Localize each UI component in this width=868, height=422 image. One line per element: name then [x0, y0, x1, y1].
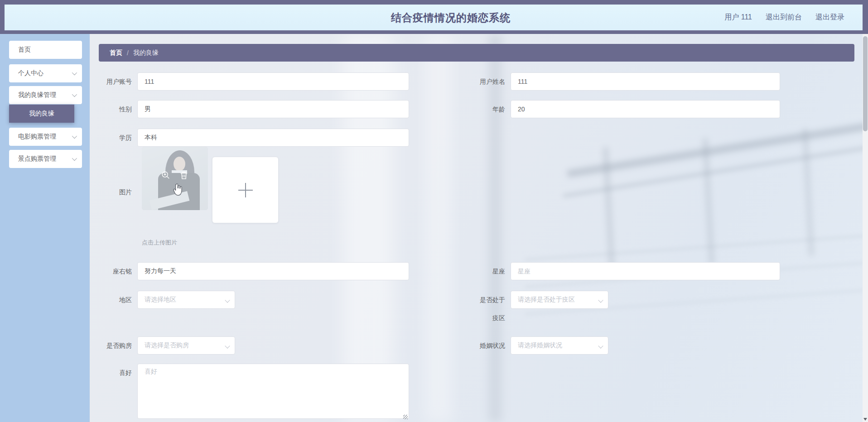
sidebar-item-home[interactable]: 首页 [9, 41, 82, 59]
header-bar: 结合疫情情况的婚恋系统 用户 111 退出到前台 退出登录 [5, 5, 863, 30]
breadcrumb: 首页 / 我的良缘 [99, 44, 854, 62]
chevron-down-icon [225, 343, 230, 348]
sidebar-item-movie-ticket-management[interactable]: 电影购票管理 [9, 128, 82, 146]
house-select-placeholder: 请选择是否购房 [145, 341, 189, 350]
header-links: 用户 111 退出到前台 退出登录 [724, 5, 844, 30]
chevron-down-icon [72, 92, 77, 97]
logout-link[interactable]: 退出登录 [815, 13, 844, 22]
sidebar-item-personal-center[interactable]: 个人中心 [9, 64, 82, 82]
vertical-scrollbar[interactable] [863, 34, 868, 422]
app-title: 结合疫情情况的婚恋系统 [391, 10, 511, 24]
constellation-label: 星座 [463, 262, 511, 280]
photo-label: 图片 [90, 183, 137, 201]
hobby-label: 喜好 [90, 364, 137, 382]
age-label: 年龄 [463, 100, 511, 118]
name-label: 用户姓名 [463, 72, 511, 91]
background-wire [525, 235, 863, 260]
cursor-hand-icon [172, 183, 183, 197]
chevron-down-icon [72, 156, 77, 161]
zoom-in-icon[interactable] [161, 170, 171, 180]
age-input[interactable] [511, 100, 780, 118]
sidebar-item-my-match-selected[interactable]: 我的良缘 [9, 105, 74, 123]
epidemic-select-placeholder: 请选择是否处于疫区 [518, 296, 575, 304]
exit-to-front-link[interactable]: 退出到前台 [766, 13, 802, 22]
sidebar: 首页 个人中心 我的良缘管理 我的良缘 电影购票管理 景点购票管理 [0, 34, 90, 422]
marriage-label: 婚姻状况 [463, 336, 511, 355]
chevron-down-icon [72, 134, 77, 139]
background-fence-rail [563, 138, 863, 197]
trash-icon[interactable] [179, 170, 189, 180]
sidebar-item-label: 我的良缘 [29, 110, 54, 118]
app-window: 结合疫情情况的婚恋系统 用户 111 退出到前台 退出登录 首页 个人中心 我的… [0, 0, 868, 422]
hobby-textarea[interactable] [137, 364, 409, 419]
epidemic-label: 是否处于疫区 [463, 291, 511, 327]
upload-hint: 点击上传图片 [142, 239, 177, 247]
chevron-down-icon [72, 70, 77, 75]
constellation-input[interactable] [511, 262, 780, 280]
sidebar-item-scenic-ticket-management[interactable]: 景点购票管理 [9, 150, 82, 168]
plus-icon [238, 183, 253, 197]
background-streak [488, 34, 502, 422]
education-label: 学历 [90, 129, 137, 147]
breadcrumb-separator: / [127, 49, 129, 57]
background-streak [425, 34, 452, 422]
chevron-down-icon [598, 343, 603, 348]
sidebar-item-label: 首页 [18, 46, 31, 54]
scrollbar-thumb[interactable] [863, 36, 868, 131]
gender-input[interactable] [137, 100, 409, 118]
breadcrumb-current: 我的良缘 [133, 49, 159, 57]
marriage-select-placeholder: 请选择婚姻状况 [518, 341, 562, 350]
main-content: 首页 / 我的良缘 用户账号 用户姓名 性别 年龄 学历 图片 [90, 34, 863, 422]
account-label: 用户账号 [90, 72, 137, 91]
background-fence-post [802, 129, 815, 256]
name-input[interactable] [511, 72, 780, 91]
region-select-placeholder: 请选择地区 [145, 296, 176, 304]
photo-upload-button[interactable] [212, 157, 279, 223]
region-select[interactable]: 请选择地区 [137, 291, 235, 309]
background-fence-post [603, 147, 615, 274]
textarea-resize-handle[interactable] [403, 415, 408, 419]
background-fence-rail [567, 115, 863, 177]
sidebar-item-my-match-management[interactable]: 我的良缘管理 [9, 86, 82, 104]
gender-label: 性别 [90, 100, 137, 118]
sidebar-item-label: 个人中心 [18, 69, 43, 77]
sidebar-item-label: 我的良缘管理 [18, 91, 56, 99]
sidebar-item-label: 电影购票管理 [18, 133, 56, 141]
education-input[interactable] [137, 129, 409, 147]
house-select[interactable]: 请选择是否购房 [137, 336, 235, 355]
current-user-link[interactable]: 用户 111 [724, 13, 752, 22]
epidemic-select[interactable]: 请选择是否处于疫区 [511, 291, 608, 309]
account-input[interactable] [137, 72, 409, 91]
region-label: 地区 [90, 291, 137, 309]
scrollbar-down-arrow[interactable] [863, 418, 867, 421]
breadcrumb-home-link[interactable]: 首页 [110, 49, 122, 57]
photo-thumbnail[interactable] [142, 147, 208, 210]
sidebar-item-label: 景点购票管理 [18, 155, 56, 163]
motto-input[interactable] [137, 262, 409, 280]
header-frame: 结合疫情情况的婚恋系统 用户 111 退出到前台 退出登录 [0, 0, 868, 34]
motto-label: 座右铭 [90, 262, 137, 280]
house-label: 是否购房 [90, 336, 137, 355]
chevron-down-icon [598, 297, 603, 302]
marriage-select[interactable]: 请选择婚姻状况 [511, 336, 608, 355]
chevron-down-icon [225, 297, 230, 302]
background-fence-post [703, 138, 715, 265]
